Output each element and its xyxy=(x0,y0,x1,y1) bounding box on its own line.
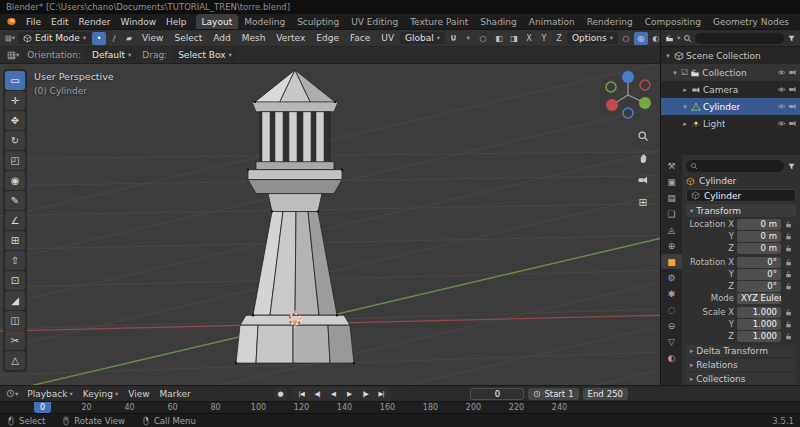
rotation-mode-dropdown[interactable]: XYZ Euler ▾ xyxy=(737,293,781,304)
menu-playback[interactable]: Playback▾ xyxy=(24,389,75,399)
lock-icon[interactable] xyxy=(784,270,795,279)
tab-output[interactable]: ▤ xyxy=(661,190,682,205)
relations-section[interactable]: ▸ Relations xyxy=(686,359,796,371)
disclosure-icon[interactable]: ▸ xyxy=(681,86,689,94)
render-visibility-icon[interactable] xyxy=(788,119,797,128)
mirror-z-toggle[interactable]: Z xyxy=(552,32,566,45)
tab-constraints[interactable]: ⊖ xyxy=(661,318,682,333)
play-button[interactable]: ▶ xyxy=(342,388,357,400)
menu-marker[interactable]: Marker xyxy=(157,389,194,399)
tool-annotate-button[interactable]: ✎ xyxy=(5,191,25,210)
options-button[interactable]: Options ▾ xyxy=(567,32,618,44)
menu-edge[interactable]: Edge xyxy=(311,33,344,43)
tool-loop-cut-button[interactable]: ◫ xyxy=(5,311,25,330)
hide-eye-icon[interactable] xyxy=(777,85,786,94)
tool-poly-build-button[interactable]: △ xyxy=(5,351,25,370)
solid-shading-button[interactable]: ◎ xyxy=(634,32,648,45)
outliner-row-cylinder[interactable]: ▾ Cylinder xyxy=(661,98,800,115)
outliner-row-scene-collection[interactable]: ▾ Scene Collection xyxy=(661,47,800,64)
menu-vertex[interactable]: Vertex xyxy=(271,33,310,43)
workspace-tab-modeling[interactable]: Modeling xyxy=(238,14,291,29)
tool-inset-faces-button[interactable]: ⊡ xyxy=(5,271,25,290)
workspace-tab-shading[interactable]: Shading xyxy=(474,14,523,29)
tool-cursor-button[interactable]: ✛ xyxy=(5,91,25,110)
tab-material[interactable]: ◐ xyxy=(661,350,682,365)
timeline-editor-button[interactable]: ▾ xyxy=(4,387,20,400)
frame-end-field[interactable]: End 250 xyxy=(583,388,628,400)
scale-z-field[interactable]: 1.000 xyxy=(737,331,781,342)
outliner-search-input[interactable] xyxy=(695,33,784,44)
tab-view-layer[interactable]: ❏ xyxy=(661,206,682,221)
rotation-x-field[interactable]: 0° xyxy=(737,257,781,268)
outliner-row-camera[interactable]: ▸ Camera xyxy=(661,81,800,98)
tab-physics[interactable]: ◌ xyxy=(661,302,682,317)
tool-select-box-button[interactable]: ▭ xyxy=(5,71,25,90)
lock-icon[interactable] xyxy=(784,220,795,229)
workspace-tab-layout[interactable]: Layout xyxy=(196,14,239,29)
lock-icon[interactable] xyxy=(784,232,795,241)
outliner-editor-button[interactable] xyxy=(665,34,674,43)
menu-view-timeline[interactable]: View xyxy=(125,389,152,399)
vertex-select-button[interactable]: • xyxy=(92,32,106,45)
editor-type-button[interactable]: ▾ xyxy=(3,32,17,45)
jump-to-end-button[interactable]: ▶| xyxy=(374,388,389,400)
hide-eye-icon[interactable] xyxy=(777,102,786,111)
workspace-tab-animation[interactable]: Animation xyxy=(523,14,581,29)
face-select-button[interactable]: ▰ xyxy=(122,32,136,45)
menu-help[interactable]: Help xyxy=(161,14,192,29)
menu-view[interactable]: View xyxy=(137,33,168,43)
tool-rotate-button[interactable]: ↻ xyxy=(5,131,25,150)
play-reverse-button[interactable]: ◀ xyxy=(326,388,341,400)
menu-render[interactable]: Render xyxy=(74,14,116,29)
timeline-ruler[interactable]: 0 20 40 60 80 100 120 140 160 180 200 22… xyxy=(0,401,800,413)
lock-icon[interactable] xyxy=(784,258,795,267)
navigation-gizmo[interactable] xyxy=(600,67,656,123)
tool-scale-button[interactable]: ◰ xyxy=(5,151,25,170)
location-x-field[interactable]: 0 m xyxy=(737,219,781,230)
disclosure-icon[interactable]: ▾ xyxy=(664,52,672,60)
tab-render[interactable]: ▣ xyxy=(661,174,682,189)
tool-transform-button[interactable]: ◉ xyxy=(5,171,25,190)
jump-to-start-button[interactable]: |◀ xyxy=(294,388,309,400)
workspace-tab-compositing[interactable]: Compositing xyxy=(639,14,707,29)
render-visibility-icon[interactable] xyxy=(788,85,797,94)
camera-view-icon[interactable] xyxy=(637,174,649,186)
show-overlays-toggle[interactable]: ◨ xyxy=(507,32,521,45)
next-keyframe-button[interactable]: |▶ xyxy=(358,388,373,400)
zoom-icon[interactable] xyxy=(637,130,649,142)
frame-start-field[interactable]: Start 1 xyxy=(528,388,578,400)
scale-y-field[interactable]: 1.000 xyxy=(737,319,781,330)
menu-window[interactable]: Window xyxy=(116,14,162,29)
add-workspace-button[interactable]: + xyxy=(795,14,800,29)
tab-tool[interactable]: ⚒ xyxy=(661,158,682,173)
search-icon[interactable] xyxy=(683,34,692,43)
location-z-field[interactable]: 0 m xyxy=(737,243,781,254)
orientation-dropdown[interactable]: Default ▾ xyxy=(87,49,136,61)
auto-keying-toggle[interactable]: ● xyxy=(274,388,288,400)
tab-modifiers[interactable]: ⚙ xyxy=(661,270,682,285)
rotation-y-field[interactable]: 0° xyxy=(737,269,781,280)
wireframe-shading-button[interactable]: ○ xyxy=(619,32,633,45)
drag-dropdown[interactable]: Select Box ▾ xyxy=(173,49,237,61)
properties-search-input[interactable] xyxy=(686,160,784,172)
collections-section[interactable]: ▸ Collections xyxy=(686,373,796,385)
lock-icon[interactable] xyxy=(784,244,795,253)
filter-icon[interactable] xyxy=(787,162,796,171)
tab-world[interactable]: ⊕ xyxy=(661,238,682,253)
object-name-field[interactable]: Cylinder xyxy=(686,189,796,202)
disclosure-icon[interactable]: ▾ xyxy=(681,103,689,111)
tab-scene[interactable]: ◬ xyxy=(661,222,682,237)
workspace-tab-sculpting[interactable]: Sculpting xyxy=(291,14,345,29)
menu-keying[interactable]: Keying▾ xyxy=(80,389,122,399)
render-visibility-icon[interactable] xyxy=(788,68,797,77)
rotation-z-field[interactable]: 0° xyxy=(737,281,781,292)
menu-face[interactable]: Face xyxy=(345,33,375,43)
workspace-tab-geometry-nodes[interactable]: Geometry Nodes xyxy=(707,14,795,29)
mirror-y-toggle[interactable]: Y xyxy=(537,32,551,45)
viewport-3d-scene[interactable] xyxy=(0,64,660,385)
filter-icon[interactable] xyxy=(787,34,796,43)
workspace-tab-texture-paint[interactable]: Texture Paint xyxy=(404,14,474,29)
transform-orientation-selector[interactable]: Global ▾ xyxy=(400,32,445,44)
hide-eye-icon[interactable] xyxy=(777,68,786,77)
3d-viewport[interactable]: ▭ ✛ ✥ ↻ ◰ ◉ ✎ ∠ ⊞ ⇧ ⊡ ◢ ◫ ✂ △ xyxy=(0,64,660,385)
